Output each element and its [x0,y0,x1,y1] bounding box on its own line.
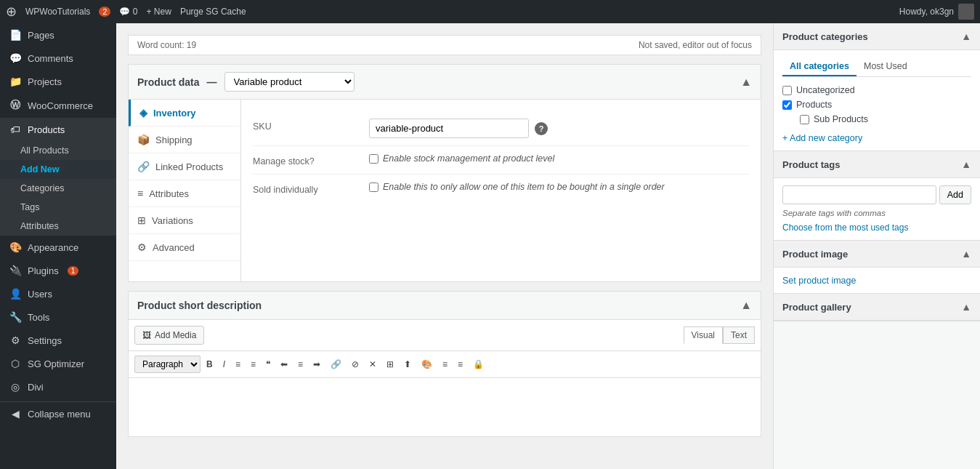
add-media-button[interactable]: 🖼 Add Media [134,326,204,345]
sidebar-item-appearance[interactable]: 🎨 Appearance [0,236,116,259]
upload-button[interactable]: ⬆ [400,356,416,372]
tab-attributes[interactable]: ≡ Attributes [129,180,240,207]
tab-linked-products[interactable]: 🔗 Linked Products [129,153,240,180]
blockquote-button[interactable]: ❝ [262,356,275,372]
sidebar-item-categories[interactable]: Categories [0,179,116,198]
ol-button[interactable]: ≡ [246,356,260,372]
manage-stock-checkbox-label[interactable]: Enable stock management at product level [369,153,554,164]
new-button[interactable]: + New [147,7,171,17]
product-data-title: Product data [137,76,200,88]
sidebar-item-attributes[interactable]: Attributes [0,217,116,236]
purge-cache-button[interactable]: Purge SG Cache [180,7,246,17]
sidebar-item-projects[interactable]: 📁 Projects [0,70,116,93]
updates-icon[interactable]: 2 [99,7,110,17]
sidebar-label-tools: Tools [28,312,49,323]
tab-shipping[interactable]: 📦 Shipping [129,127,240,153]
paste-button[interactable]: ≡ [453,356,467,372]
ul-button[interactable]: ≡ [231,356,245,372]
comments-icon[interactable]: 💬 0 [119,7,137,17]
choose-tags-link[interactable]: Choose from the most used tags [782,223,908,233]
tab-inventory[interactable]: ◈ Inventory [129,100,240,127]
cat-item-sub-products[interactable]: Sub Products [782,112,971,127]
italic-button[interactable]: I [219,356,230,372]
align-right-button[interactable]: ➡ [309,356,325,372]
format-button[interactable]: ≡ [438,356,452,372]
sidebar-item-divi[interactable]: ◎ Divi [0,375,116,398]
admin-bar: ⊕ WPWooTutorials 2 💬 0 + New Purge SG Ca… [0,0,980,23]
bold-button[interactable]: B [202,356,217,372]
sidebar-item-settings[interactable]: ⚙ Settings [0,329,116,352]
cat-checkbox-uncategorized[interactable] [782,86,792,95]
add-new-category-link[interactable]: + Add new category [782,133,862,143]
product-categories-header[interactable]: Product categories ▲ [774,23,980,50]
color-button[interactable]: 🎨 [417,356,437,372]
add-media-icon: 🖼 [142,330,151,340]
inventory-tab-content: SKU ? Manage stock? [241,100,761,281]
cat-checkbox-products[interactable] [782,100,792,110]
product-tags-header[interactable]: Product tags ▲ [774,151,980,178]
cat-tab-most-used[interactable]: Most Used [857,57,915,76]
sold-individually-checkbox-text: Enable this to only allow one of this it… [383,182,665,192]
category-tabs: All categories Most Used [782,57,971,77]
sidebar-item-tags[interactable]: Tags [0,198,116,217]
visual-tab[interactable]: Visual [684,326,723,344]
manage-stock-label: Manage stock? [253,153,369,167]
tags-chevron: ▲ [961,159,971,170]
sidebar-item-all-products[interactable]: All Products [0,141,116,160]
insert-button[interactable]: ✕ [365,356,381,372]
sold-individually-checkbox-label[interactable]: Enable this to only allow one of this it… [369,182,665,192]
sidebar-item-users[interactable]: 👤 Users [0,282,116,305]
cat-checkbox-sub-products[interactable] [800,115,809,124]
product-image-header[interactable]: Product image ▲ [774,241,980,268]
wp-logo-icon: ⊕ [6,4,17,20]
sidebar-item-comments[interactable]: 💬 Comments [0,47,116,70]
howdy-section: Howdy, ok3gn [899,4,974,20]
unlink-button[interactable]: ⊘ [347,356,363,372]
sidebar-item-products[interactable]: 🏷 Products [0,118,116,141]
sidebar-item-collapse[interactable]: ◀ Collapse menu [0,401,116,425]
sidebar-item-sg-optimizer[interactable]: ⬡ SG Optimizer [0,352,116,375]
sidebar-item-add-new[interactable]: Add New [0,160,116,179]
tab-advanced[interactable]: ⚙ Advanced [129,234,240,261]
user-avatar[interactable] [958,4,974,20]
cat-item-products[interactable]: Products [782,97,971,112]
sku-help-icon[interactable]: ? [535,122,548,135]
sidebar-label-sg-optimizer: SG Optimizer [28,358,84,369]
editor-content-area[interactable] [129,378,761,436]
tab-variations[interactable]: ⊞ Variations [129,207,240,234]
cat-item-uncategorized[interactable]: Uncategorized [782,83,971,97]
product-gallery-header[interactable]: Product gallery ▲ [774,294,980,321]
sidebar-item-pages[interactable]: 📄 Pages [0,23,116,47]
manage-stock-checkbox[interactable] [369,154,378,164]
sku-input[interactable] [369,119,529,138]
tag-add-button[interactable]: Add [939,185,971,204]
editor-status-text: Not saved, editor out of focus [639,40,752,50]
tag-hint-text: Separate tags with commas [782,209,971,217]
site-name[interactable]: WPWooTutorials [25,7,90,17]
tag-input[interactable] [782,185,936,204]
align-left-button[interactable]: ⬅ [276,356,292,372]
inventory-icon: ◈ [139,107,147,119]
text-tab[interactable]: Text [723,326,755,344]
sidebar-item-plugins[interactable]: 🔌 Plugins 1 [0,259,116,282]
sku-label: SKU [253,119,369,132]
product-type-select[interactable]: Simple product Variable product Grouped … [224,72,355,92]
align-center-button[interactable]: ≡ [293,356,307,372]
set-product-image-link[interactable]: Set product image [782,276,856,286]
product-data-header: Product data — Simple product Variable p… [129,65,761,100]
sidebar-item-woocommerce[interactable]: Ⓦ WooCommerce [0,93,116,118]
appearance-icon: 🎨 [9,241,22,253]
product-data-toggle[interactable]: ▲ [740,76,752,89]
cat-tab-all[interactable]: All categories [782,57,857,76]
sold-individually-checkbox[interactable] [369,183,378,192]
table-button[interactable]: ⊞ [382,356,398,372]
link-button[interactable]: 🔗 [326,356,346,372]
product-gallery-title: Product gallery [782,302,851,313]
sidebar: 📄 Pages 💬 Comments 📁 Projects Ⓦ WooComme… [0,23,116,469]
short-description-toggle[interactable]: ▲ [740,299,752,312]
paragraph-select[interactable]: Paragraph [134,356,201,373]
sidebar-item-tools[interactable]: 🔧 Tools [0,305,116,329]
product-data-body: ◈ Inventory 📦 Shipping 🔗 Linked Products [129,100,761,281]
lock-button[interactable]: 🔒 [469,356,488,372]
products-submenu: All Products Add New Categories Tags Att… [0,141,116,236]
